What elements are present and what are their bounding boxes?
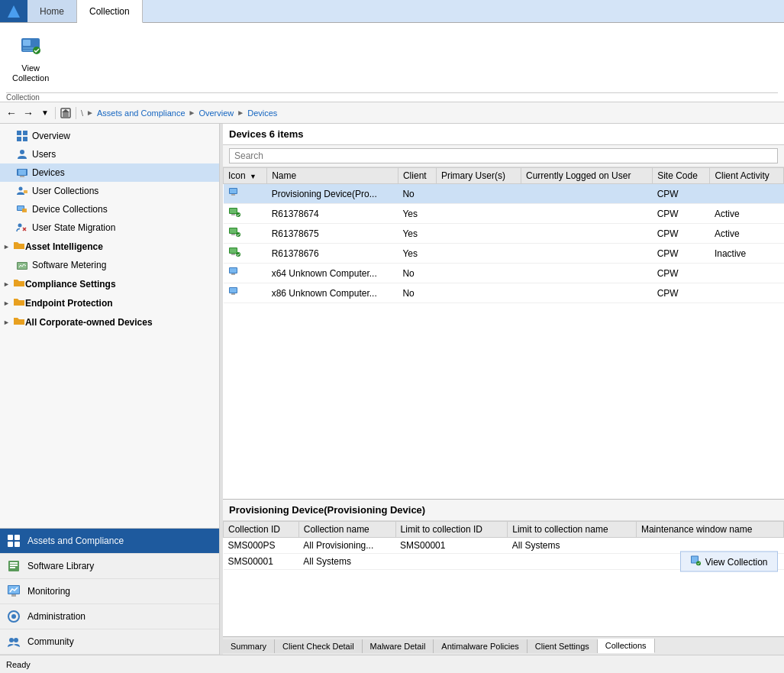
home-nav-button[interactable] [57,105,74,121]
devices-icon [15,166,29,180]
table-row[interactable]: R61378676 Yes CPW Inactive [224,244,784,264]
user-state-icon [15,221,29,235]
cell-primary-user [436,264,521,283]
col-icon[interactable]: Icon ▼ [224,168,267,184]
col-primary-user[interactable]: Primary User(s) [436,168,521,184]
cell-collection-name: All Systems [298,554,395,570]
sidebar-item-endpoint-protection[interactable]: ► Endpoint Protection [0,293,219,312]
sidebar-item-user-state-migration[interactable]: User State Migration [0,218,219,237]
cell-name: x86 Unknown Computer... [267,283,398,303]
svg-point-46 [236,212,240,217]
col-logged-user[interactable]: Currently Logged on User [521,168,652,184]
svg-rect-56 [230,268,237,273]
cell-icon [224,283,267,303]
col-limit-name[interactable]: Limit to collection name [508,522,637,538]
svg-rect-44 [230,209,237,213]
sidebar-item-device-collections-label: Device Collections [32,204,108,215]
tab-client-check[interactable]: Client Check Detail [275,639,363,653]
breadcrumb-sep-1: ► [189,108,196,117]
sidebar-item-software-metering[interactable]: Software Metering [0,256,219,274]
table-row[interactable]: R61378674 Yes CPW Active [224,204,784,224]
svg-point-38 [9,638,14,642]
cell-client-activity [710,184,784,204]
view-collection-ribbon-btn[interactable]: View Collection [6,29,55,86]
table-row[interactable]: R61378675 Yes CPW Active [224,224,784,244]
back-button[interactable]: ← [3,105,20,121]
col-name[interactable]: Name [267,168,398,184]
cell-name: Provisioning Device(Pro... [267,184,398,204]
bnav-assets[interactable]: Assets and Compliance [0,529,219,554]
compliance-folder-icon [13,277,25,291]
forward-button[interactable]: → [20,105,37,121]
btn-cell: View Collection [636,554,783,570]
sidebar-item-device-collections[interactable]: Device Collections [0,200,219,218]
bottom-panel: Provisioning Device(Provisioning Device)… [223,499,784,636]
cell-site-code: CPW [653,184,710,204]
tab-home[interactable]: Home [27,0,77,22]
sidebar-item-users[interactable]: Users [0,145,219,163]
svg-rect-11 [17,137,21,141]
bnav-software-library-label: Software Library [27,561,94,571]
sidebar-item-asset-intelligence[interactable]: ► Asset Intelligence [0,237,219,256]
bottom-panel-table-container: Collection ID Collection name Limit to c… [223,521,784,636]
table-row[interactable]: x86 Unknown Computer... No CPW [224,283,784,303]
sidebar-item-devices[interactable]: Devices [0,163,219,182]
view-collection-button[interactable]: View Collection [680,552,778,572]
svg-rect-27 [8,542,13,547]
cell-name: R61378675 [267,224,398,244]
sidebar-item-compliance-settings[interactable]: ► Compliance Settings [0,274,219,293]
tab-summary[interactable]: Summary [223,639,275,653]
col-client[interactable]: Client [398,168,436,184]
breadcrumb: \ ► Assets and Compliance ► Overview ► D… [78,108,280,118]
table-row[interactable]: x64 Unknown Computer... No CPW [224,264,784,283]
admin-icon [6,609,21,624]
col-client-activity[interactable]: Client Activity [710,168,784,184]
table-row[interactable]: Provisioning Device(Pro... No CPW [224,184,784,204]
bnav-community[interactable]: Community [0,629,219,655]
monitoring-icon [6,584,21,599]
tab-antimalware[interactable]: Antimalware Policies [434,639,527,653]
cell-collection-name: All Provisioning... [298,538,395,554]
cell-site-code: CPW [653,204,710,224]
breadcrumb-sep-0: ► [86,108,94,117]
tab-client-settings[interactable]: Client Settings [528,639,598,653]
endpoint-folder-icon [13,296,25,310]
cell-logged-user [521,204,652,224]
overview-icon [15,129,29,143]
cell-logged-user [521,224,652,244]
col-maintenance[interactable]: Maintenance window name [636,522,783,538]
nav-separator [55,107,56,119]
sidebar-item-overview[interactable]: Overview [0,127,219,145]
list-item[interactable]: SMS00001 All Systems View Collection [224,554,784,570]
bnav-administration[interactable]: Administration [0,604,219,629]
nav-separator-2 [76,107,76,119]
breadcrumb-devices[interactable]: Devices [247,108,277,118]
sidebar-item-user-collections[interactable]: User Collections [0,182,219,200]
col-site-code[interactable]: Site Code [653,168,710,184]
col-collection-id[interactable]: Collection ID [224,522,299,538]
cell-client-activity [710,283,784,303]
sidebar-item-devices-label: Devices [32,167,65,178]
dropdown-button[interactable]: ▼ [37,105,53,121]
sidebar-item-all-corporate[interactable]: ► All Corporate-owned Devices [0,312,219,332]
breadcrumb-overview[interactable]: Overview [198,108,234,118]
cell-name: R61378676 [267,244,398,264]
svg-point-22 [18,224,22,228]
svg-rect-2 [23,40,31,46]
svg-rect-32 [10,567,15,568]
tab-malware[interactable]: Malware Detail [363,639,434,653]
bnav-software-library[interactable]: Software Library [0,554,219,579]
tab-collections[interactable]: Collections [598,639,655,653]
search-input[interactable] [229,148,778,163]
bnav-administration-label: Administration [27,611,85,622]
sidebar-content: Overview Users Devices [0,124,219,528]
cell-logged-user [521,184,652,204]
svg-rect-53 [231,254,235,255]
col-limit-id[interactable]: Limit to collection ID [395,522,508,538]
bnav-monitoring[interactable]: Monitoring [0,579,219,604]
col-collection-name[interactable]: Collection name [298,522,395,538]
breadcrumb-assets[interactable]: Assets and Compliance [97,108,186,118]
cell-client-activity [710,264,784,283]
ribbon-content: View Collection [6,26,55,89]
tab-collection[interactable]: Collection [77,0,143,23]
